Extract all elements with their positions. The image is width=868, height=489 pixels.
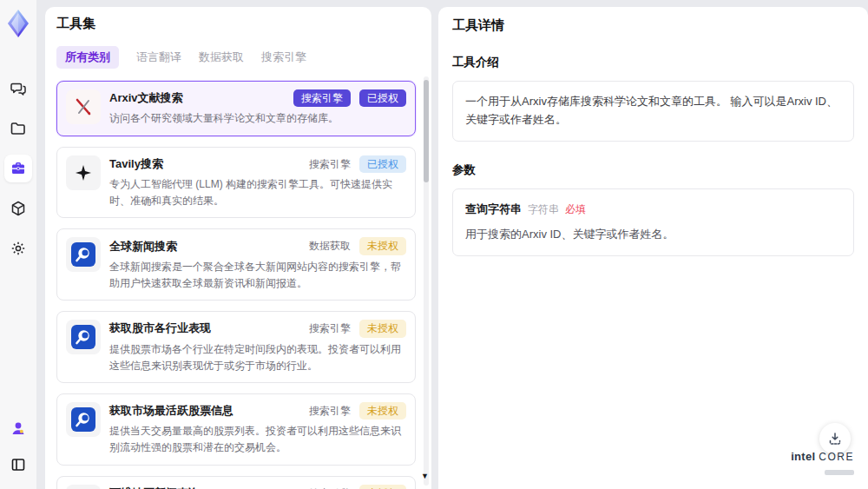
tool-intro-box: 一个用于从Arxiv存储库搜索科学论文和文章的工具。 输入可以是Arxiv ID… xyxy=(452,81,854,142)
tool-description: 提供股票市场各个行业在特定时间段内的表现。投资者可以利用这些信息来识别表现优于或… xyxy=(109,341,406,374)
sidebar-bottom xyxy=(4,414,32,479)
sidebar-item-chat[interactable] xyxy=(4,75,32,102)
param-name: 查询字符串 xyxy=(465,201,522,219)
category-label: 数据获取 xyxy=(309,237,351,254)
scroll-down-indicator[interactable]: ▼ xyxy=(421,472,429,480)
tool-details-panel: 工具详情 工具介绍 一个用于从Arxiv存储库搜索科学论文和文章的工具。 输入可… xyxy=(438,7,868,489)
auth-status-badge: 已授权 xyxy=(359,89,406,107)
category-label: 搜索引擎 xyxy=(309,485,351,489)
tool-title: 获取市场最活跃股票信息 xyxy=(109,403,233,419)
details-panel-title: 工具详情 xyxy=(452,17,854,34)
category-label: 搜索引擎 xyxy=(309,155,351,173)
sidebar-nav xyxy=(4,75,32,262)
core-wordmark: core xyxy=(819,451,854,463)
tools-panel: 工具集 所有类别 语言翻译 数据获取 搜索引擎 Arxiv文献搜索 搜索引擎 xyxy=(45,7,431,489)
auth-status-badge: 未授权 xyxy=(359,402,406,420)
tool-description: 专为人工智能代理 (LLM) 构建的搜索引擎工具。可快速提供实时、准确和真实的结… xyxy=(109,176,406,209)
arxiv-icon xyxy=(66,89,101,124)
cube-icon xyxy=(10,200,27,217)
sidebar-item-plugins[interactable] xyxy=(4,195,32,222)
gear-icon xyxy=(10,240,27,257)
app-sidebar xyxy=(0,0,36,489)
scrollbar-thumb[interactable] xyxy=(424,80,429,182)
tool-description: 全球新闻搜索是一个聚合全球各大新闻网站内容的搜索引擎，帮助用户快速获取全球最新资… xyxy=(109,259,406,292)
tool-title: Arxiv文献搜索 xyxy=(109,90,183,106)
params-heading: 参数 xyxy=(452,162,854,178)
param-type: 字符串 xyxy=(528,202,559,218)
tool-card-stock-sectors[interactable]: 获取股市各行业表现 搜索引擎 未授权 提供股票市场各个行业在特定时间段内的表现。… xyxy=(56,311,416,383)
list-scrollbar[interactable] xyxy=(424,76,429,486)
tab-language-translation[interactable]: 语言翻译 xyxy=(136,50,181,65)
tool-title: Tavily搜索 xyxy=(109,156,163,172)
category-label: 搜索引擎 xyxy=(309,320,351,337)
intel-wordmark: intel xyxy=(791,450,815,463)
collapse-sidebar-button[interactable] xyxy=(4,451,32,479)
user-icon xyxy=(10,420,27,437)
stock-sector-icon xyxy=(66,320,101,354)
tab-data-fetch[interactable]: 数据获取 xyxy=(199,50,244,65)
tool-card-tavily[interactable]: Tavily搜索 搜索引擎 已授权 专为人工智能代理 (LLM) 构建的搜索引擎… xyxy=(56,147,416,219)
tool-title: 全球新闻搜索 xyxy=(109,239,177,254)
auth-status-badge: 已授权 xyxy=(359,155,406,173)
category-label: 搜索引擎 xyxy=(309,402,351,420)
auth-status-badge: 未授权 xyxy=(359,485,406,489)
intel-core-logo: intel core xyxy=(791,450,854,479)
sidebar-item-files[interactable] xyxy=(4,115,32,142)
stock-active-icon xyxy=(66,402,101,437)
tool-title: 万维地区新闻查询 xyxy=(109,486,200,489)
tab-search-engine[interactable]: 搜索引擎 xyxy=(261,50,306,65)
auth-status-badge: 未授权 xyxy=(359,237,406,254)
tool-card-active-stocks[interactable]: 获取市场最活跃股票信息 搜索引擎 未授权 提供当天交易量最高的股票列表。投资者可… xyxy=(56,393,416,466)
folder-icon xyxy=(10,120,27,137)
tool-title: 获取股市各行业表现 xyxy=(109,320,211,336)
auth-status-badge: 未授权 xyxy=(359,320,406,337)
tavily-icon xyxy=(66,155,101,190)
intel-sub-badge xyxy=(825,470,854,475)
tools-panel-title: 工具集 xyxy=(56,16,420,32)
user-avatar[interactable] xyxy=(4,414,32,442)
news-search-icon xyxy=(66,237,101,272)
parameter-card: 查询字符串 字符串 必填 用于搜索的Arxiv ID、关键字或作者姓名。 xyxy=(452,188,854,257)
tab-all-categories[interactable]: 所有类别 xyxy=(56,46,119,69)
download-icon xyxy=(827,431,843,446)
sidebar-item-settings[interactable] xyxy=(4,235,32,262)
category-tabs: 所有类别 语言翻译 数据获取 搜索引擎 xyxy=(56,46,420,69)
tool-card-regional-news[interactable]: 万维地区新闻查询 搜索引擎 未授权 查询具体行政区划内的新闻，快速了解各地新闻动 xyxy=(56,476,416,489)
regional-news-icon xyxy=(66,485,101,489)
panel-toggle-icon xyxy=(10,457,26,472)
sidebar-item-tools[interactable] xyxy=(4,155,32,182)
tool-card-arxiv[interactable]: Arxiv文献搜索 搜索引擎 已授权 访问各个研究领域大量科学论文和文章的存储库… xyxy=(56,81,416,136)
param-description: 用于搜索的Arxiv ID、关键字或作者姓名。 xyxy=(465,226,841,244)
tool-list: Arxiv文献搜索 搜索引擎 已授权 访问各个研究领域大量科学论文和文章的存储库… xyxy=(56,81,416,489)
app-logo-icon xyxy=(5,9,31,38)
intro-heading: 工具介绍 xyxy=(452,55,854,70)
tool-description: 访问各个研究领域大量科学论文和文章的存储库。 xyxy=(109,110,406,127)
chat-icon xyxy=(10,80,27,97)
category-badge: 搜索引擎 xyxy=(293,89,351,107)
param-required-flag: 必填 xyxy=(565,202,586,218)
toolbox-icon xyxy=(10,160,27,177)
tool-card-global-news[interactable]: 全球新闻搜索 数据获取 未授权 全球新闻搜索是一个聚合全球各大新闻网站内容的搜索… xyxy=(56,228,416,301)
tool-description: 提供当天交易量最高的股票列表。投资者可以利用这些信息来识别流动性强的股票和潜在的… xyxy=(109,423,406,456)
